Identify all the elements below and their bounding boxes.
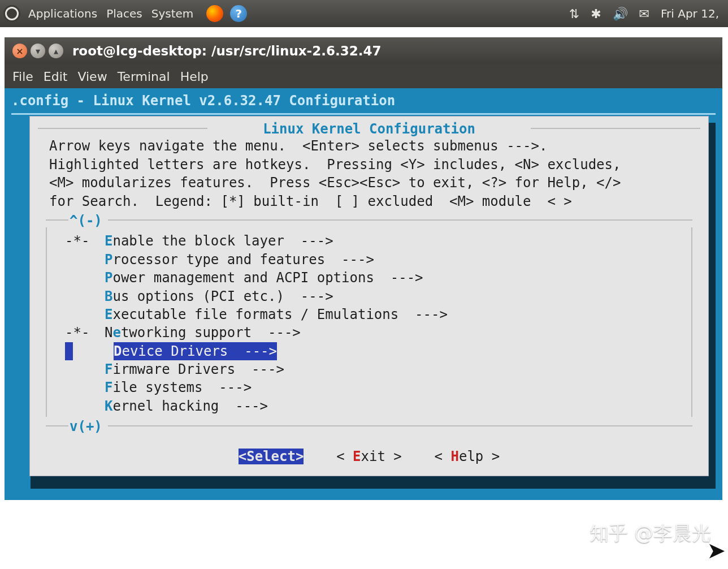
- panel-menu-applications[interactable]: Applications: [28, 7, 97, 20]
- action-buttons: <Select> < Exit > < Help >: [36, 436, 703, 465]
- watermark-zhihu: 知乎 @李晨光: [590, 520, 711, 546]
- select-button[interactable]: <Select>: [239, 449, 304, 464]
- menuconfig-dialog: Linux Kernel Configuration Arrow keys na…: [29, 116, 709, 476]
- menu-item-4[interactable]: Executable file formats / Emulations ---…: [65, 305, 687, 324]
- titlebar[interactable]: × ▾ ▴ root@lcg-desktop: /usr/src/linux-2…: [5, 37, 722, 64]
- header-rule: [11, 113, 716, 115]
- network-icon[interactable]: ⇅: [569, 7, 579, 21]
- help-icon[interactable]: ?: [229, 5, 248, 23]
- menu-file[interactable]: File: [12, 70, 33, 84]
- dialog-title: Linux Kernel Configuration: [259, 121, 479, 137]
- menu-edit[interactable]: Edit: [44, 70, 68, 84]
- volume-icon[interactable]: 🔊: [613, 7, 628, 21]
- panel-menu-places[interactable]: Places: [106, 7, 142, 20]
- menu-item-0[interactable]: -*- Enable the block layer --->: [65, 232, 687, 250]
- scroll-up-indicator: ^(-): [46, 212, 692, 230]
- menu-list[interactable]: -*- Enable the block layer ---> Processo…: [46, 230, 692, 417]
- menu-item-9[interactable]: Kernel hacking --->: [65, 397, 687, 415]
- menu-frame: ^(-) -*- Enable the block layer ---> Pro…: [46, 212, 692, 436]
- window-title: root@lcg-desktop: /usr/src/linux-2.6.32.…: [72, 44, 381, 58]
- config-header: .config - Linux Kernel v2.6.32.47 Config…: [8, 90, 719, 113]
- panel-menu-system[interactable]: System: [151, 7, 194, 20]
- exit-button[interactable]: < Exit >: [336, 449, 402, 464]
- menu-item-2[interactable]: Power management and ACPI options --->: [65, 269, 687, 287]
- menu-view[interactable]: View: [77, 70, 107, 84]
- window-close-button[interactable]: ×: [12, 44, 27, 58]
- menu-item-7[interactable]: Firmware Drivers --->: [65, 360, 687, 378]
- terminal-window: × ▾ ▴ root@lcg-desktop: /usr/src/linux-2…: [5, 37, 722, 500]
- menu-item-6[interactable]: Device Drivers --->: [65, 342, 687, 360]
- help-text: Arrow keys navigate the menu. <Enter> se…: [36, 135, 703, 212]
- panel-date[interactable]: Fri Apr 12,: [661, 7, 719, 20]
- mouse-cursor-icon: ➤: [707, 537, 726, 563]
- ubuntu-logo-icon[interactable]: [3, 5, 20, 22]
- window-maximize-button[interactable]: ▴: [49, 44, 63, 58]
- menu-item-8[interactable]: File systems --->: [65, 378, 687, 396]
- menu-item-3[interactable]: Bus options (PCI etc.) --->: [65, 287, 687, 305]
- menu-terminal[interactable]: Terminal: [118, 70, 170, 84]
- terminal-menubar: File Edit View Terminal Help: [5, 64, 722, 88]
- menu-item-1[interactable]: Processor type and features --->: [65, 251, 687, 269]
- window-minimize-button[interactable]: ▾: [31, 44, 45, 58]
- firefox-icon[interactable]: [206, 5, 224, 23]
- gnome-top-panel: Applications Places System ? ⇅ ✱ 🔊 ✉ Fri…: [0, 0, 728, 27]
- menu-help[interactable]: Help: [180, 70, 209, 84]
- help-button[interactable]: < Help >: [435, 449, 500, 464]
- scroll-down-indicator: v(+): [46, 417, 692, 436]
- mail-icon[interactable]: ✉: [639, 7, 649, 21]
- terminal-viewport[interactable]: .config - Linux Kernel v2.6.32.47 Config…: [5, 88, 722, 500]
- bluetooth-icon[interactable]: ✱: [591, 7, 601, 21]
- menu-item-5[interactable]: -*- Networking support --->: [65, 324, 687, 342]
